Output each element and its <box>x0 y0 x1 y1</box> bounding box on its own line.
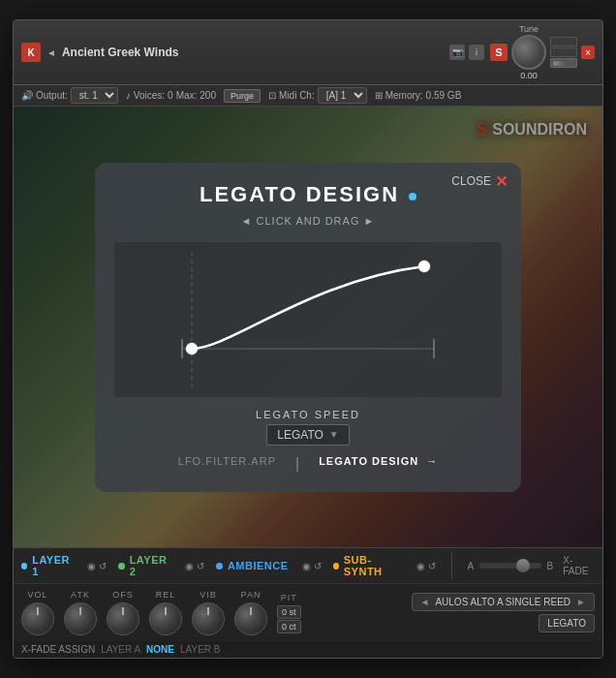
midi-select[interactable]: [A] 1 <box>318 87 367 104</box>
sub-bar: 🔊 Output: st. 1 ♪ Voices: 0 Max: 200 Pur… <box>14 85 602 107</box>
xfade-assign-row: X-FADE ASSIGN LAYER A NONE LAYER B <box>14 641 602 658</box>
atk-knob[interactable] <box>64 602 97 635</box>
vol-control: VOL <box>21 590 54 635</box>
instrument-title: Ancient Greek Winds <box>62 46 444 59</box>
instrument-name-box: ◄ AULOS ALTO A SINGLE REED ► <box>412 593 596 611</box>
close-panel-button[interactable]: CLOSE ✕ <box>451 172 508 191</box>
voices-item: ♪ Voices: 0 Max: 200 <box>126 90 216 101</box>
vib-knob[interactable] <box>192 602 225 635</box>
output-label: Output: <box>36 90 68 101</box>
nav-legato-design[interactable]: LEGATO DESIGN → <box>319 455 438 473</box>
xfade-section: A B X-FADE <box>468 555 595 576</box>
nav-legato-arrow: → <box>426 455 438 467</box>
output-select[interactable]: st. 1 <box>71 87 118 104</box>
pan-label: PAN <box>241 590 262 600</box>
s-button[interactable]: S <box>490 44 508 61</box>
layer1-tab[interactable]: LAYER 1 <box>21 554 74 577</box>
pan-value-display: 0 st <box>277 605 301 619</box>
xfa-label: X-FADE ASSIGN <box>21 644 95 655</box>
nav-separator: | <box>295 455 299 473</box>
voices-value: 0 <box>168 90 173 101</box>
output-item: 🔊 Output: st. 1 <box>21 87 118 104</box>
speed-dropdown[interactable]: LEGATO ▼ <box>266 424 349 446</box>
layer-tabs: LAYER 1 ◉ ↺ LAYER 2 ◉ ↺ AMBIENCE ◉ ↺ SUB… <box>14 547 602 584</box>
layer2-loop-icon[interactable]: ↺ <box>197 561 204 571</box>
pit-control: PIT 0 st 0 ct <box>277 593 301 633</box>
pit-label: PIT <box>281 593 297 602</box>
atk-label: ATK <box>71 590 90 600</box>
modal-overlay: CLOSE ✕ LEGATO DESIGN ◄ CLICK AND DRAG ► <box>14 107 602 547</box>
voices-label: Voices: <box>134 90 165 101</box>
tune-knob-area: Tune 0.00 <box>511 24 546 80</box>
pit-display: 0 st 0 ct <box>277 605 301 633</box>
camera-icon[interactable]: 📷 <box>449 45 465 60</box>
close-button[interactable]: × <box>581 46 595 59</box>
layer2-tab[interactable]: LAYER 2 <box>118 554 170 577</box>
curve-end-handle[interactable] <box>418 261 430 272</box>
a-label: A <box>468 561 475 571</box>
vol-knob[interactable] <box>21 602 54 635</box>
title-bar: K ◄ Ancient Greek Winds 📷 i S Tune 0.00 … <box>14 20 602 85</box>
vib-control: VIB <box>192 590 225 635</box>
nav-lfo[interactable]: LFO.FILTER.ARP <box>178 455 276 473</box>
speed-section: LEGATO SPEED LEGATO ▼ <box>114 409 502 446</box>
curve-start-handle[interactable] <box>186 343 198 354</box>
max-value: 200 <box>200 90 216 101</box>
layer1-dot <box>21 563 27 570</box>
ambience-tab[interactable]: AMBIENCE <box>216 560 289 571</box>
xfade-track[interactable] <box>479 563 540 569</box>
inst-prev-arrow[interactable]: ◄ <box>420 597 430 607</box>
layer1-label: LAYER 1 <box>32 554 74 577</box>
speaker-icon: 🔊 <box>21 90 33 101</box>
b-label: B <box>547 561 554 571</box>
subsynth-volume-icon[interactable]: ◉ <box>416 561 425 571</box>
instrument-name: AULOS ALTO A SINGLE REED <box>435 597 570 607</box>
level-bar <box>553 61 566 66</box>
pan-control: PAN <box>234 590 267 635</box>
panel-title: LEGATO DESIGN <box>200 182 399 207</box>
memory-value: 0.59 GB <box>426 90 462 101</box>
ambience-dot <box>216 563 223 570</box>
memory-icon: ⊞ <box>375 90 383 101</box>
pit-value-display: 0 ct <box>277 620 301 633</box>
ofs-label: OFS <box>112 590 134 600</box>
midi-label: Midi Ch: <box>279 90 315 101</box>
title-controls: 📷 i <box>449 45 484 60</box>
vol-label: VOL <box>27 590 47 600</box>
note-icon: ♪ <box>126 90 131 101</box>
info-icon[interactable]: i <box>469 45 484 60</box>
curve-area[interactable] <box>114 242 502 397</box>
rel-knob[interactable] <box>149 602 182 635</box>
title-arrow-left[interactable]: ◄ <box>46 47 56 58</box>
subsynth-dot <box>333 563 339 570</box>
memory-item: ⊞ Memory: 0.59 GB <box>375 90 462 101</box>
tune-section: S Tune 0.00 × <box>490 24 595 80</box>
subsynth-loop-icon[interactable]: ↺ <box>428 561 436 571</box>
memory-label: Memory: <box>385 90 423 101</box>
drag-hint: ◄ CLICK AND DRAG ► <box>114 215 502 227</box>
legato-curve <box>192 266 424 349</box>
layer1-volume-icon[interactable]: ◉ <box>87 561 96 571</box>
logo-icon: K <box>27 47 34 58</box>
layer2-volume-icon[interactable]: ◉ <box>185 561 194 571</box>
close-label: CLOSE <box>451 174 491 188</box>
midi-item: ⊡ Midi Ch: [A] 1 <box>268 87 367 104</box>
atk-control: ATK <box>64 590 97 635</box>
ofs-knob[interactable] <box>107 602 139 635</box>
xfa-none[interactable]: NONE <box>146 644 174 655</box>
tune-knob[interactable] <box>511 35 546 70</box>
inst-next-arrow[interactable]: ► <box>576 597 586 607</box>
ambience-volume-icon[interactable]: ◉ <box>302 561 311 571</box>
pan-knob[interactable] <box>234 602 267 635</box>
ambience-loop-icon[interactable]: ↺ <box>314 561 322 571</box>
layer1-loop-icon[interactable]: ↺ <box>99 561 107 571</box>
xfade-knob[interactable] <box>516 559 530 572</box>
purge-button[interactable]: Purge <box>224 89 261 103</box>
main-area: S SOUNDIRON CLOSE ✕ LEGATO DESIGN ◄ CLIC… <box>14 107 602 547</box>
xfa-layer-b[interactable]: LAYER B <box>180 644 221 655</box>
subsynth-tab[interactable]: SUB-SYNTH <box>333 554 403 577</box>
aux-bar-1 <box>550 37 577 46</box>
curve-svg <box>114 242 502 397</box>
ambience-controls: ◉ ↺ <box>302 561 322 571</box>
xfa-layer-a[interactable]: LAYER A <box>101 644 140 655</box>
